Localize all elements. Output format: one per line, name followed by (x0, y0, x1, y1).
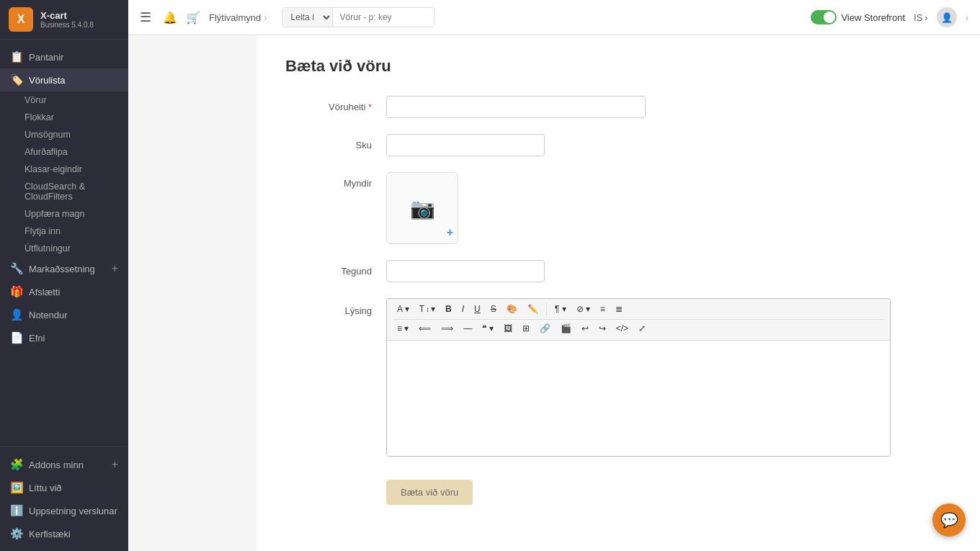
sidebar-sub-cloudsearch[interactable]: CloudSearch & CloudFilters (24, 178, 128, 205)
format-a-button[interactable]: A ▾ (393, 302, 414, 316)
indent-button[interactable]: ⊘ ▾ (572, 302, 594, 316)
sidebar-item-label: Kerfistæki (29, 529, 71, 539)
highlight-button[interactable]: ✏️ (523, 302, 543, 316)
sidebar-item-label: Addons minn (29, 460, 84, 470)
sub-label: Afurðaflipa (24, 147, 68, 157)
voruheiti-field (386, 96, 646, 118)
add-image-plus-icon: + (447, 226, 453, 239)
sidebar-nav: 📋 Pantanir 🏷️ Vörulista Vörur Flokkar Um… (0, 40, 128, 447)
sidebar-item-label: Notendur (29, 310, 67, 321)
image-button[interactable]: 🖼 (499, 321, 517, 336)
toolbar-row-2: ≡ ▾ ⟸ ⟹ — ❝ ▾ 🖼 ⊞ 🔗 🎬 ↩ ↪ </> ⤢ (393, 319, 884, 336)
sidebar-item-markadssetning[interactable]: 🔧 Markaðssetning + (0, 257, 128, 280)
sidebar-item-notendur[interactable]: 👤 Notendur (0, 303, 128, 326)
strikethrough-button[interactable]: S (486, 302, 501, 316)
notification-bell-icon[interactable]: 🔔 (163, 11, 177, 24)
hamburger-icon[interactable]: ☰ (140, 9, 151, 25)
plus-icon[interactable]: + (112, 458, 118, 471)
indent-right-button[interactable]: ⟹ (437, 321, 458, 336)
tegund-input[interactable] (386, 260, 545, 282)
toolbar-separator (546, 303, 547, 315)
underline-button[interactable]: U (470, 302, 485, 316)
camera-icon: 📷 (410, 197, 435, 220)
storefront-toggle[interactable] (811, 10, 837, 24)
search-input[interactable] (333, 9, 434, 26)
user-chevron-icon[interactable]: › (966, 12, 968, 23)
sidebar-item-littu-vid[interactable]: 🖼️ Líttu við (0, 476, 128, 499)
plus-icon[interactable]: + (112, 262, 118, 275)
format-text-size-button[interactable]: T↕ ▾ (415, 302, 440, 316)
app-version: Business 5.4.0.8 (40, 21, 94, 29)
form-row-lysing: Lýsing A ▾ T↕ ▾ B I U S 🎨 ✏️ ¶ ▾ (285, 298, 951, 457)
sub-label: Vörur (24, 95, 47, 105)
sidebar-sub-umsognum[interactable]: Umsögnum (24, 126, 128, 143)
sidebar-item-afslætti[interactable]: 🎁 Afslætti (0, 280, 128, 303)
video-button[interactable]: 🎬 (556, 321, 576, 336)
sku-input[interactable] (386, 134, 545, 156)
topbar: ☰ 🔔 🛒 Flýtivalmynd › Leita í View Storef… (128, 0, 980, 35)
language-select[interactable]: IS › (914, 12, 928, 23)
sidebar-item-label: Uppsetning verslunar (29, 506, 117, 516)
italic-button[interactable]: I (458, 302, 468, 316)
sidebar-item-pantanir[interactable]: 📋 Pantanir (0, 45, 128, 68)
list-ul-button[interactable]: ≡ (596, 302, 610, 316)
submit-button[interactable]: Bæta við vöru (386, 480, 473, 505)
sub-label: CloudSearch & CloudFilters (24, 182, 118, 202)
code-button[interactable]: </> (612, 321, 633, 336)
paragraph-button[interactable]: ¶ ▾ (551, 302, 571, 316)
sub-label: Flokkar (24, 112, 54, 122)
breadcrumb[interactable]: Flýtivalmynd › (209, 12, 267, 23)
sidebar-item-kerfistæki[interactable]: ⚙️ Kerfistæki (0, 522, 128, 545)
search-type-select[interactable]: Leita í (282, 8, 333, 27)
sidebar-logo: X X-cart Business 5.4.0.8 (0, 0, 128, 40)
myndir-label: Myndir (285, 172, 372, 189)
redo-button[interactable]: ↪ (594, 321, 610, 336)
fullscreen-button[interactable]: ⤢ (634, 321, 650, 336)
editor-toolbar: A ▾ T↕ ▾ B I U S 🎨 ✏️ ¶ ▾ ⊘ ▾ ≡ ≣ (387, 299, 890, 341)
list-ol-button[interactable]: ≣ (611, 302, 627, 316)
sidebar-sub-uppfaera[interactable]: Uppfæra magn (24, 205, 128, 223)
sidebar-sub-flytja-inn[interactable]: Flytja inn (24, 223, 128, 240)
link-button[interactable]: 🔗 (535, 321, 555, 336)
kerfistæki-icon: ⚙️ (10, 527, 23, 540)
sku-label: Sku (285, 134, 372, 151)
undo-button[interactable]: ↩ (577, 321, 593, 336)
quote-button[interactable]: ❝ ▾ (478, 321, 497, 336)
chat-bubble-button[interactable]: 💬 (932, 503, 966, 537)
tegund-label: Tegund (285, 260, 372, 277)
user-icon: 👤 (941, 12, 953, 23)
app-brand: X-cart (40, 10, 94, 21)
sidebar-sub-utflutningur[interactable]: Útflutningur (24, 240, 128, 257)
horizontal-rule-button[interactable]: — (459, 321, 476, 336)
sidebar-sub-flokkar[interactable]: Flokkar (24, 109, 128, 126)
sidebar-item-label: Pantanir (29, 52, 63, 63)
toolbar-row-1: A ▾ T↕ ▾ B I U S 🎨 ✏️ ¶ ▾ ⊘ ▾ ≡ ≣ (393, 302, 884, 316)
chat-icon: 💬 (940, 511, 958, 529)
addons-icon: 🧩 (10, 458, 23, 471)
editor-content-area[interactable] (387, 341, 890, 456)
sidebar-sub-afurdaflipa[interactable]: Afurðaflipa (24, 143, 128, 161)
sku-field (386, 134, 545, 156)
indent-left-button[interactable]: ⟸ (414, 321, 435, 336)
sidebar-sub-klasar[interactable]: Klasar-eigindir (24, 161, 128, 178)
sub-label: Flytja inn (24, 226, 61, 236)
sidebar-item-vorulista[interactable]: 🏷️ Vörulista (0, 68, 128, 91)
topbar-right: View Storefront IS › 👤 › (811, 7, 968, 27)
form-submit-row: Bæta við vöru (285, 472, 951, 505)
topbar-search-bar: Leita í (282, 7, 435, 27)
cart-icon[interactable]: 🛒 (186, 11, 200, 24)
align-button[interactable]: ≡ ▾ (393, 321, 413, 336)
vorulista-icon: 🏷️ (10, 73, 23, 86)
sidebar-item-addons[interactable]: 🧩 Addons minn + (0, 453, 128, 476)
image-upload-box[interactable]: 📷 + (386, 172, 458, 244)
view-storefront-button[interactable]: View Storefront (811, 10, 905, 24)
voruheiti-input[interactable] (386, 96, 646, 118)
bold-button[interactable]: B (441, 302, 456, 316)
color-picker-button[interactable]: 🎨 (502, 302, 522, 316)
sidebar-sub-vorur[interactable]: Vörur (24, 91, 128, 109)
sidebar-item-efni[interactable]: 📄 Efni (0, 326, 128, 349)
sidebar-item-uppsetning[interactable]: ℹ️ Uppsetning verslunar (0, 499, 128, 522)
user-avatar[interactable]: 👤 (937, 7, 957, 27)
table-button[interactable]: ⊞ (518, 321, 534, 336)
form-row-sku: Sku (285, 134, 951, 156)
